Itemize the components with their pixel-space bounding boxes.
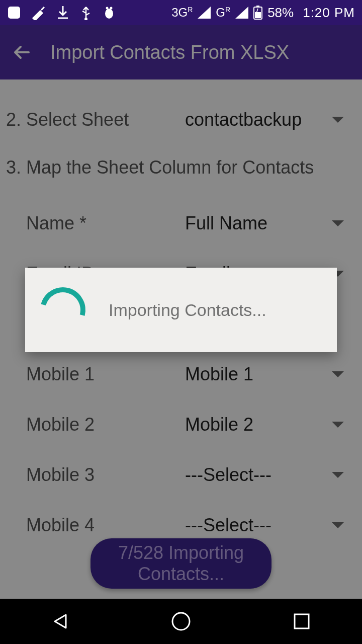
- clock-time: 1:20 PM: [303, 5, 355, 21]
- svg-rect-6: [256, 6, 259, 7]
- network-3g-label: 3GR: [171, 6, 193, 20]
- circle-home-icon: [170, 611, 192, 632]
- network-g-label: GR: [216, 6, 230, 20]
- signal-1-icon: [198, 7, 211, 19]
- cleaner-icon: [31, 5, 46, 20]
- status-bar: 3GR GR 58% 1:20 PM: [0, 0, 362, 25]
- svg-rect-0: [8, 7, 20, 19]
- debug-icon: [103, 6, 116, 20]
- dialog-message: Importing Contacts...: [109, 300, 266, 320]
- download-icon: [56, 5, 69, 20]
- battery-percent: 58%: [267, 5, 294, 21]
- nav-back-button[interactable]: [45, 606, 75, 636]
- svg-point-8: [172, 613, 190, 630]
- app-notification-icon: [7, 6, 21, 20]
- battery-icon: [253, 6, 262, 20]
- system-nav-bar: [0, 599, 362, 644]
- svg-point-4: [110, 7, 113, 10]
- spinner-icon: [32, 279, 94, 341]
- svg-point-1: [84, 18, 87, 20]
- nav-recent-button[interactable]: [287, 606, 317, 636]
- svg-point-2: [105, 9, 113, 19]
- square-recent-icon: [293, 612, 311, 630]
- triangle-back-icon: [51, 612, 70, 631]
- nav-home-button[interactable]: [166, 606, 196, 636]
- importing-dialog: Importing Contacts...: [25, 268, 337, 352]
- svg-rect-9: [295, 614, 309, 628]
- svg-point-3: [106, 7, 109, 10]
- usb-icon: [79, 5, 93, 20]
- signal-2-icon: [235, 7, 248, 19]
